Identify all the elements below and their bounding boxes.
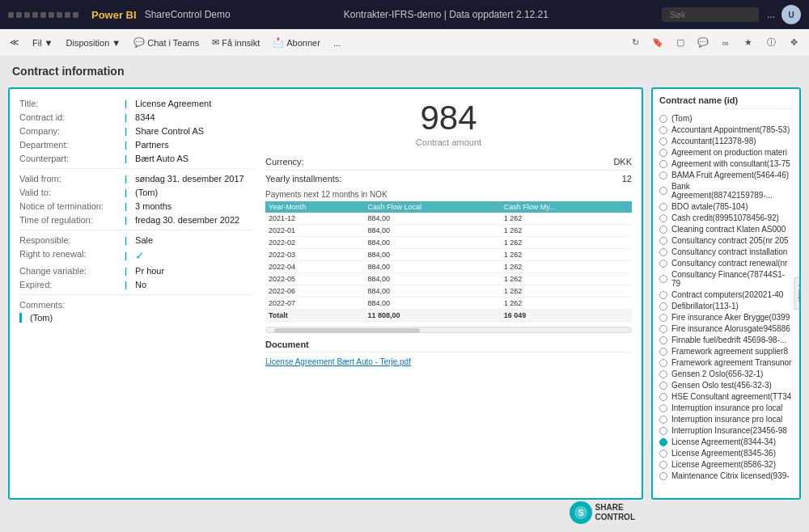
filter-label-30: Maintenance Citrix licensed(939- <box>671 471 790 480</box>
filter-radio-16[interactable] <box>659 314 667 322</box>
more-toolbar-btn[interactable]: ... <box>330 36 344 49</box>
divider-3 <box>19 294 254 295</box>
filter-radio-13[interactable] <box>659 275 667 283</box>
table-row-total: Totalt 11 808,00 16 049 <box>265 310 632 322</box>
fullscreen-btn[interactable]: ✥ <box>785 34 803 52</box>
filter-item: Framework agreement Transunor <box>659 358 793 367</box>
powerbi-logo: Power BI <box>91 9 137 21</box>
subscribe-btn[interactable]: 📩 Abonner <box>269 36 324 49</box>
filter-radio-29[interactable] <box>659 461 667 469</box>
filter-item: Agreement on production materi <box>659 148 793 157</box>
bookmark-btn[interactable]: 🔖 <box>649 34 667 52</box>
filter-radio-30[interactable] <box>659 472 667 480</box>
logo-text: SHARE CONTROL <box>595 503 635 522</box>
share-btn[interactable]: ∞ <box>717 34 735 52</box>
field-expired: Expired: No <box>19 280 254 289</box>
field-notice: Notice of termination: 3 months <box>19 201 254 211</box>
filter-radio-26[interactable] <box>659 427 667 435</box>
filter-radio-2[interactable] <box>659 137 667 146</box>
filter-label-5: BAMA Fruit Agreement(5464-46) <box>671 171 789 179</box>
table-scrollbar[interactable] <box>265 327 632 333</box>
scrollbar-thumb <box>274 328 420 333</box>
collapse-sidebar-btn[interactable]: ≪ <box>6 36 23 49</box>
avatar[interactable]: U <box>781 5 801 24</box>
file-menu[interactable]: Fil ▼ <box>29 36 57 49</box>
field-contract-id: Contract id: 8344 <box>19 112 254 122</box>
filter-radio-5[interactable] <box>659 171 667 179</box>
field-value-company: Share Control AS <box>125 126 204 136</box>
payments-table: Year-Month Cash Flow Local Cash Flow My.… <box>265 201 632 322</box>
filter-radio-1[interactable] <box>659 126 667 134</box>
filter-radio-23[interactable] <box>659 393 667 401</box>
filter-radio-11[interactable] <box>659 248 667 256</box>
filter-radio-8[interactable] <box>659 214 667 222</box>
search-input[interactable] <box>662 7 759 22</box>
subscribe-icon: 📩 <box>273 37 284 48</box>
filter-label-22: Gensen Oslo test(456-32-3) <box>671 381 772 390</box>
filter-radio-27[interactable] <box>659 438 667 446</box>
filter-radio-14[interactable] <box>659 291 667 299</box>
filter-radio-18[interactable] <box>659 336 667 344</box>
filter-radio-25[interactable] <box>659 416 667 424</box>
filter-tab[interactable]: Filter <box>794 277 801 310</box>
filter-item: Maintenance Citrix licensed(939- <box>659 471 793 480</box>
refresh-btn[interactable]: ↻ <box>626 34 644 52</box>
installments-row: Yearly installments: 12 <box>265 174 632 184</box>
filter-radio-0[interactable] <box>659 115 667 123</box>
alerts-btn[interactable]: ✉ Få innsikt <box>209 36 263 49</box>
more-icon: ... <box>333 38 341 48</box>
filter-label-1: Accountant Appointment(785-53) <box>671 125 790 134</box>
filter-item: Contract computers(202021-40 <box>659 290 793 299</box>
filter-radio-17[interactable] <box>659 325 667 333</box>
field-label-contract-id: Contract id: <box>19 112 125 122</box>
filter-item: Consultancy contract installation <box>659 247 793 256</box>
comment-btn[interactable]: 💬 <box>694 34 712 52</box>
filter-item: Cleaning contract Klaten AS000 <box>659 225 793 234</box>
document-link[interactable]: License Agreement Bært Auto - Terje.pdf <box>265 357 411 366</box>
filter-radio-9[interactable] <box>659 226 667 234</box>
filter-radio-12[interactable] <box>659 260 667 268</box>
workspace-name: ShareControl Demo <box>145 9 231 20</box>
filter-radio-22[interactable] <box>659 382 667 390</box>
filter-radio-6[interactable] <box>659 187 667 195</box>
field-value-regulation: fredag 30. desember 2022 <box>125 215 239 225</box>
star-btn[interactable]: ★ <box>739 34 757 52</box>
divider-2 <box>19 230 254 230</box>
filter-radio-10[interactable] <box>659 237 667 245</box>
filter-radio-24[interactable] <box>659 404 667 412</box>
filter-radio-7[interactable] <box>659 203 667 211</box>
total-label: Totalt <box>265 310 364 322</box>
field-value-department: Partners <box>125 140 169 150</box>
filter-radio-28[interactable] <box>659 450 667 458</box>
chat-btn[interactable]: 💬 Chat i Teams <box>130 36 202 49</box>
installments-label: Yearly installments: <box>265 174 341 184</box>
filter-item: Consultancy contract 205(nr 205 <box>659 236 793 245</box>
filter-radio-3[interactable] <box>659 149 667 157</box>
view-toggle-btn[interactable]: ▢ <box>671 34 689 52</box>
filter-radio-20[interactable] <box>659 359 667 367</box>
filter-label-9: Cleaning contract Klaten AS000 <box>671 225 786 234</box>
table-row: 2021-12884,001 262 <box>265 213 632 225</box>
field-label-expired: Expired: <box>19 280 125 289</box>
field-valid-to: Valid to: (Tom) <box>19 188 254 197</box>
field-label-renewal: Right to renewal: <box>19 249 125 262</box>
field-value-expired: No <box>125 280 146 289</box>
filter-radio-21[interactable] <box>659 370 667 378</box>
filter-label-8: Cash credit(89951078456-92) <box>671 213 779 222</box>
view-menu[interactable]: Disposition ▼ <box>63 36 125 49</box>
filter-radio-4[interactable] <box>659 160 667 168</box>
field-company: Company: Share Control AS <box>19 126 254 136</box>
filter-radio-19[interactable] <box>659 348 667 356</box>
app-grid-icon[interactable] <box>8 12 78 18</box>
field-label-variable: Change variable: <box>19 266 125 276</box>
filter-radio-15[interactable] <box>659 302 667 310</box>
contract-right: 984 Contract amount Currency: DKK Yearly… <box>265 99 632 488</box>
info-btn[interactable]: ⓘ <box>762 34 780 52</box>
filter-label-4: Agreement with consultant(13-75 <box>671 159 790 168</box>
divider-1 <box>19 168 254 169</box>
more-options-icon[interactable]: ... <box>767 9 775 20</box>
filter-item: Consultancy Finance(78744S1-79 <box>659 270 793 288</box>
checkmark-icon: ✓ <box>135 249 145 262</box>
filter-label-3: Agreement on production materi <box>671 148 787 157</box>
contract-fields: Title: License Agreement Contract id: 83… <box>19 99 254 488</box>
